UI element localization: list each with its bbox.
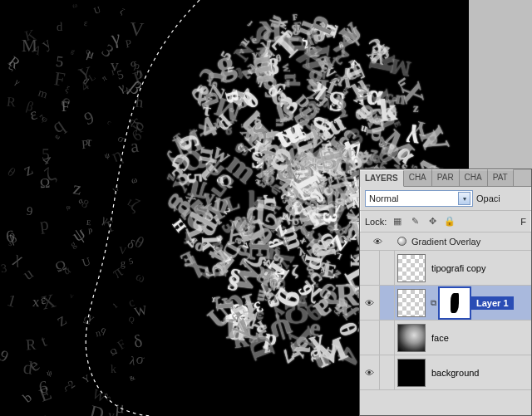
eye-icon[interactable] (373, 237, 382, 247)
tab-character[interactable]: CHA (460, 169, 488, 186)
layer-name: background (428, 368, 480, 378)
layer-name: tipografi copy (428, 263, 485, 273)
layer-thumbnail[interactable] (397, 289, 426, 317)
lock-row: Lock: ▦ ✎ ✥ 🔒 F (360, 211, 531, 232)
visibility-toggle[interactable] (360, 355, 380, 389)
blend-mode-value: Normal (369, 193, 398, 203)
layer-thumbnail[interactable] (397, 254, 426, 282)
tab-paths[interactable]: PAT (488, 169, 514, 186)
layer-mask-thumbnail[interactable] (441, 289, 469, 317)
layer-thumbnail[interactable] (397, 324, 426, 352)
visibility-toggle[interactable] (360, 251, 380, 285)
layer-row[interactable]: tipografi copy (360, 251, 531, 286)
link-column[interactable] (380, 251, 395, 285)
layers-panel: LAYERS CHA PAR CHA PAT Normal ▾ Opaci Lo… (359, 169, 532, 416)
panel-tabs: LAYERS CHA PAR CHA PAT (360, 169, 531, 187)
layer-name: face (428, 333, 449, 343)
chevron-down-icon: ▾ (458, 192, 470, 205)
tab-paragraph[interactable]: PAR (432, 169, 460, 186)
effect-row[interactable]: Gradient Overlay (360, 232, 531, 251)
tab-channels[interactable]: CHA (404, 169, 432, 186)
eye-icon (365, 298, 374, 308)
lock-position-icon[interactable]: ✥ (426, 215, 439, 228)
visibility-toggle[interactable] (360, 321, 380, 355)
layer-row[interactable]: ⧉ Layer 1 (360, 286, 531, 321)
effect-name: Gradient Overlay (411, 237, 480, 247)
lock-transparency-icon[interactable]: ▦ (391, 215, 404, 228)
layer-name: Layer 1 (471, 296, 514, 310)
lock-label: Lock: (365, 217, 387, 227)
fill-label: F (520, 217, 526, 227)
layer-thumbnail[interactable] (397, 359, 426, 387)
opacity-label: Opaci (476, 193, 500, 203)
tab-layers[interactable]: LAYERS (360, 170, 404, 187)
layer-row[interactable]: background (360, 355, 531, 390)
layer-list: Gradient Overlay tipografi copy ⧉ Layer … (360, 232, 531, 415)
effect-icon (397, 237, 406, 246)
layer-row[interactable]: face (360, 321, 531, 355)
link-column[interactable] (380, 355, 395, 389)
mask-link-icon[interactable]: ⧉ (428, 297, 438, 309)
link-column[interactable] (380, 286, 395, 320)
lock-all-icon[interactable]: 🔒 (443, 215, 456, 228)
lock-brush-icon[interactable]: ✎ (408, 215, 421, 228)
link-column[interactable] (380, 321, 395, 355)
visibility-toggle[interactable] (360, 286, 380, 320)
blend-mode-select[interactable]: Normal ▾ (365, 190, 473, 207)
eye-icon (365, 368, 374, 378)
blend-row: Normal ▾ Opaci (360, 187, 531, 211)
